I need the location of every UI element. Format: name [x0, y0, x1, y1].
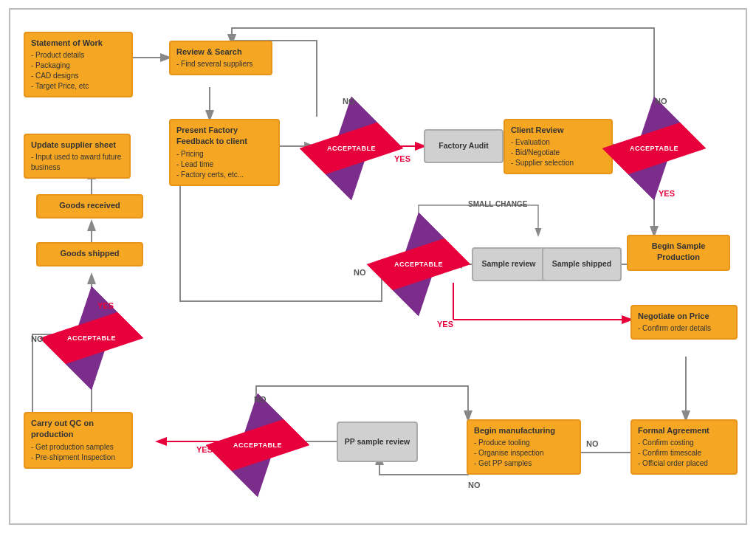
- factory-audit-box: Factory Audit: [424, 129, 504, 163]
- statement-of-work-box: Statement of Work - Product details- Pac…: [24, 32, 133, 97]
- goods-shipped-box: Goods shipped: [36, 242, 143, 266]
- formal-agreement-box: Formal Agreement - Confirm costing- Conf…: [630, 419, 738, 475]
- flowchart-diagram: Statement of Work - Product details- Pac…: [9, 8, 747, 525]
- goods-received-box: Goods received: [36, 194, 143, 219]
- label-no-1: NO: [343, 97, 355, 106]
- acceptable-diamond-4: ACCEPTABLE: [55, 301, 128, 375]
- sample-shipped-box: Sample shipped: [542, 247, 622, 281]
- label-no-3: NO: [354, 268, 366, 277]
- update-supplier-box: Update supplier sheet - Input used to aw…: [24, 134, 131, 179]
- sample-review-box: Sample review: [472, 247, 546, 281]
- label-yes-5: YES: [196, 445, 213, 454]
- label-no-4: NO: [31, 334, 44, 343]
- label-yes-2: YES: [659, 189, 675, 198]
- label-no-begin: NO: [468, 481, 481, 489]
- acceptable-diamond-5: ACCEPTABLE: [221, 408, 295, 482]
- pp-sample-review-box: PP sample review: [337, 422, 418, 462]
- label-yes-3: YES: [437, 320, 453, 329]
- carry-out-qc-box: Carry out QC on production - Get product…: [24, 412, 133, 469]
- begin-sample-box: Begin Sample Production: [627, 235, 730, 271]
- label-yes-1: YES: [394, 154, 410, 163]
- client-review-box: Client Review - Evaluation- Bid/Negotiat…: [504, 119, 613, 174]
- label-no-formal: NO: [586, 439, 599, 448]
- begin-manufacturing-box: Begin manufacturing - Produce tooling- O…: [467, 419, 581, 475]
- acceptable-diamond-3: ACCEPTABLE: [382, 227, 456, 301]
- negotiate-box: Negotiate on Price - Confirm order detai…: [630, 305, 738, 340]
- present-factory-box: Present Factory Feedback to client - Pri…: [169, 119, 280, 186]
- acceptable-diamond-1: ACCEPTABLE: [315, 111, 388, 185]
- label-no-5: NO: [254, 395, 267, 404]
- review-search-box: Review & Search - Find several suppliers: [169, 41, 272, 75]
- label-no-2: NO: [655, 97, 667, 106]
- acceptable-diamond-2: ACCEPTABLE: [617, 111, 691, 185]
- label-small-change: SMALL CHANGE: [468, 200, 527, 208]
